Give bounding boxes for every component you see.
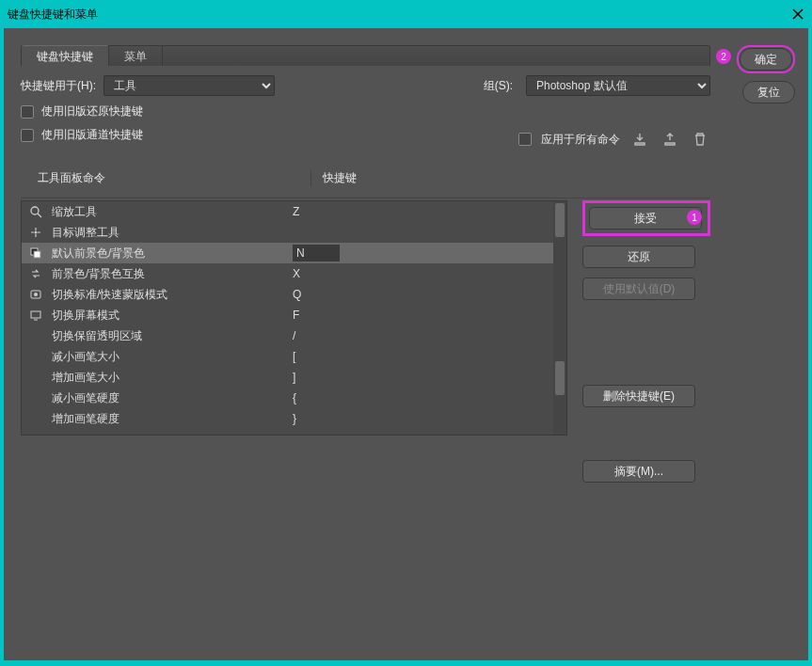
legacy-undo-checkbox[interactable] — [21, 105, 34, 119]
group-label: 组(S): — [484, 78, 513, 94]
svg-point-0 — [31, 207, 39, 214]
trash-icon[interactable] — [690, 129, 710, 150]
row-shortcut: Z — [293, 205, 566, 218]
legacy-channel-label: 使用旧版通道快捷键 — [41, 127, 143, 143]
tab-bar: 键盘快捷键 菜单 — [21, 45, 710, 66]
svg-point-5 — [34, 293, 38, 296]
table-row[interactable]: 增加画笔硬度} — [22, 408, 566, 429]
table-row[interactable]: 减小画笔大小[ — [22, 346, 566, 367]
scrollbar-thumb[interactable] — [555, 361, 565, 395]
row-name: 切换标准/快速蒙版模式 — [48, 287, 293, 303]
scrollbar[interactable] — [553, 201, 566, 435]
badge-2: 2 — [716, 49, 731, 64]
row-name: 切换保留透明区域 — [48, 328, 293, 344]
row-shortcut: F — [293, 309, 566, 322]
usedfor-label: 快捷键用于(H): — [21, 78, 96, 94]
accept-highlight: 接受 1 — [582, 200, 710, 236]
shortcut-input[interactable] — [293, 245, 340, 262]
table-row[interactable]: 默认前景色/背景色 — [22, 243, 566, 263]
delete-shortcut-button[interactable]: 删除快捷键(E) — [582, 385, 695, 407]
target-icon — [29, 226, 48, 239]
row-shortcut: [ — [293, 350, 566, 363]
row-name: 增加画笔硬度 — [48, 411, 293, 427]
tab-shortcuts[interactable]: 键盘快捷键 — [22, 45, 109, 66]
header-command: 工具面板命令 — [38, 170, 310, 186]
row-shortcut: Q — [293, 288, 566, 301]
scrollbar-thumb-top[interactable] — [555, 203, 565, 237]
row-name: 缩放工具 — [48, 204, 293, 220]
table-row[interactable]: 目标调整工具 — [22, 222, 566, 243]
table-row[interactable]: 减小画笔硬度{ — [22, 388, 566, 408]
table-row[interactable]: 切换标准/快速蒙版模式Q — [22, 284, 566, 305]
shortcut-list[interactable]: 缩放工具Z目标调整工具默认前景色/背景色前景色/背景色互换X切换标准/快速蒙版模… — [21, 200, 567, 436]
apply-all-label: 应用于所有命令 — [541, 132, 620, 148]
svg-rect-3 — [34, 251, 40, 258]
header-shortcut: 快捷键 — [310, 170, 710, 186]
screen-icon — [29, 309, 48, 322]
swatch-icon — [29, 246, 48, 260]
table-row[interactable]: 切换保留透明区域/ — [22, 325, 566, 346]
table-row[interactable]: 切换屏幕模式F — [22, 305, 566, 325]
list-headers: 工具面板命令 快捷键 — [21, 170, 710, 198]
tab-menus[interactable]: 菜单 — [109, 46, 163, 66]
ok-highlight: 确定 — [737, 45, 795, 73]
table-row[interactable]: 增加画笔大小] — [22, 367, 566, 388]
row-name: 默认前景色/背景色 — [48, 246, 293, 262]
svg-point-1 — [35, 231, 38, 234]
row-name: 减小画笔硬度 — [48, 390, 293, 406]
ok-button[interactable]: 确定 — [740, 48, 792, 71]
reset-button[interactable]: 复位 — [742, 81, 795, 103]
row-name: 切换屏幕模式 — [48, 308, 293, 324]
row-shortcut: / — [293, 329, 566, 342]
apply-all-checkbox[interactable] — [518, 133, 532, 146]
table-row[interactable]: 前景色/背景色互换X — [22, 263, 566, 284]
row-shortcut — [293, 245, 566, 262]
row-shortcut: X — [293, 267, 566, 280]
row-shortcut: { — [293, 391, 566, 404]
badge-1: 1 — [687, 210, 702, 225]
close-icon[interactable] — [791, 8, 804, 21]
legacy-undo-label: 使用旧版还原快捷键 — [41, 103, 143, 119]
swap-icon — [29, 267, 48, 280]
row-shortcut: ] — [293, 371, 566, 384]
row-shortcut: } — [293, 412, 566, 425]
zoom-icon — [29, 205, 48, 218]
revert-button[interactable]: 还原 — [582, 246, 695, 268]
svg-rect-6 — [31, 311, 40, 318]
use-default-button[interactable]: 使用默认值(D) — [582, 278, 695, 300]
accept-button[interactable]: 接受 — [589, 207, 702, 230]
dialog-body: 键盘快捷键 菜单 快捷键用于(H): 工具 组(S): Photoshop 默认… — [4, 28, 808, 660]
legacy-channel-checkbox[interactable] — [21, 129, 34, 142]
save-set-as-icon[interactable] — [660, 129, 680, 150]
row-name: 减小画笔大小 — [48, 349, 293, 365]
row-name: 增加画笔大小 — [48, 370, 293, 386]
titlebar: 键盘快捷键和菜单 — [0, 0, 812, 28]
summary-button[interactable]: 摘要(M)... — [582, 460, 695, 483]
mask-icon — [29, 288, 48, 301]
table-row[interactable]: 缩放工具Z — [22, 201, 566, 222]
row-name: 前景色/背景色互换 — [48, 266, 293, 282]
group-select[interactable]: Photoshop 默认值 — [526, 75, 710, 96]
window-title: 键盘快捷键和菜单 — [8, 7, 791, 23]
save-set-icon[interactable] — [629, 129, 650, 150]
usedfor-select[interactable]: 工具 — [103, 75, 275, 96]
row-name: 目标调整工具 — [48, 225, 293, 241]
